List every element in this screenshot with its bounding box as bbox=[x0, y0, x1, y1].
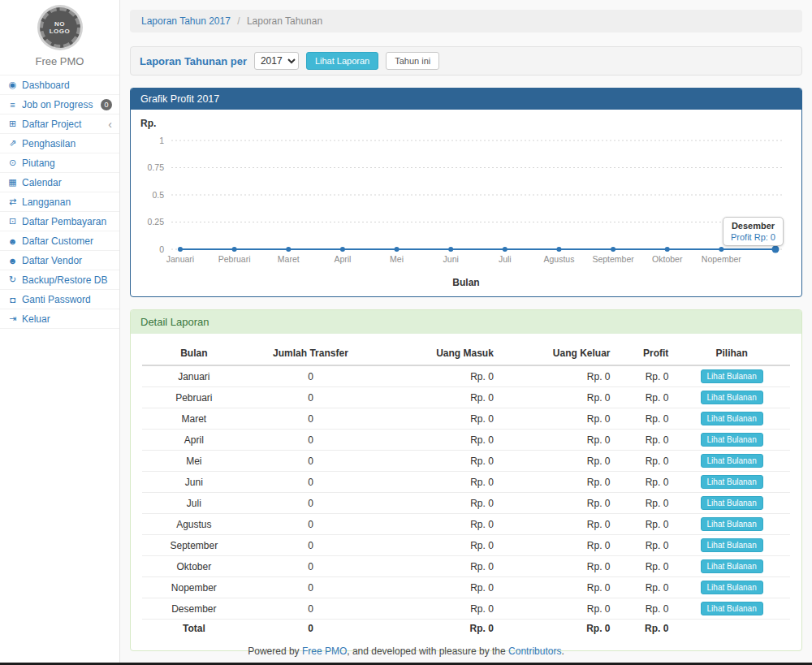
this-year-button[interactable]: Tahun ini bbox=[386, 52, 439, 70]
svg-text:Mei: Mei bbox=[390, 254, 404, 264]
action-cell: Lihat Bulanan bbox=[673, 556, 790, 577]
breadcrumb-separator: / bbox=[237, 15, 240, 27]
money-in-cell: Rp. 0 bbox=[375, 556, 499, 577]
view-monthly-button[interactable]: Lihat Bulanan bbox=[701, 517, 763, 531]
brand-logo: NO LOGO Free PMO bbox=[0, 0, 119, 67]
money-in-cell: Rp. 0 bbox=[375, 535, 499, 556]
money-in-cell: Rp. 0 bbox=[375, 365, 499, 387]
view-monthly-button[interactable]: Lihat Bulanan bbox=[701, 475, 763, 489]
sidebar-item-label: Daftar Project bbox=[22, 119, 81, 130]
view-monthly-button[interactable]: Lihat Bulanan bbox=[701, 369, 763, 383]
month-cell: September bbox=[142, 535, 246, 556]
money-in-cell: Rp. 0 bbox=[375, 493, 499, 514]
view-monthly-button[interactable]: Lihat Bulanan bbox=[701, 454, 763, 468]
breadcrumb-link[interactable]: Laporan Tahun 2017 bbox=[141, 15, 231, 27]
chevron-left-icon: ‹ bbox=[108, 120, 112, 128]
svg-text:April: April bbox=[334, 254, 351, 264]
money-in-cell: Rp. 0 bbox=[375, 387, 499, 408]
report-table: BulanJumlah TransferUang MasukUang Kelua… bbox=[142, 342, 790, 637]
view-monthly-button[interactable]: Lihat Bulanan bbox=[701, 433, 763, 447]
footer-brand-link[interactable]: Free PMO bbox=[302, 646, 347, 657]
detail-panel-title: Detail Laporan bbox=[131, 310, 801, 334]
money-out-cell: Rp. 0 bbox=[499, 577, 615, 598]
transfer-count-cell: 0 bbox=[246, 472, 376, 493]
profit-chart: 00.250.50.751JanuariPebruariMaretAprilMe… bbox=[139, 131, 793, 275]
sidebar-item-label: Calendar bbox=[22, 177, 62, 188]
month-cell: Nopember bbox=[142, 577, 246, 598]
footer-text-suffix: . bbox=[561, 646, 564, 657]
subscription-icon: ⇄ bbox=[7, 196, 18, 207]
money-out-cell: Rp. 0 bbox=[499, 493, 615, 514]
sidebar-item-daftar-pembayaran[interactable]: ⊡Daftar Pembayaran bbox=[0, 212, 119, 231]
view-monthly-button[interactable]: Lihat Bulanan bbox=[701, 581, 763, 594]
backup-restore-icon: ↻ bbox=[7, 274, 18, 285]
view-report-button[interactable]: Lihat Laporan bbox=[306, 52, 378, 70]
transfer-count-cell: 0 bbox=[246, 556, 376, 577]
total-cell: Rp. 0 bbox=[499, 620, 615, 638]
sidebar-item-keluar[interactable]: ⇥Keluar bbox=[0, 309, 119, 329]
sidebar-item-langganan[interactable]: ⇄Langganan bbox=[0, 192, 119, 212]
sidebar-item-daftar-customer[interactable]: ☻Daftar Customer bbox=[0, 231, 119, 251]
svg-text:Agustus: Agustus bbox=[543, 254, 574, 264]
report-row: Juli0Rp. 0Rp. 0Rp. 0Lihat Bulanan bbox=[142, 493, 790, 514]
svg-text:Juli: Juli bbox=[499, 254, 512, 264]
sidebar-item-label: Dashboard bbox=[22, 80, 70, 91]
total-empty-cell bbox=[673, 620, 790, 638]
profit-cell: Rp. 0 bbox=[615, 598, 674, 620]
sidebar-item-dashboard[interactable]: ◉Dashboard bbox=[0, 76, 119, 95]
total-cell: Rp. 0 bbox=[615, 620, 674, 638]
profit-cell: Rp. 0 bbox=[615, 451, 674, 472]
sidebar-item-ganti-password[interactable]: ◘Ganti Password bbox=[0, 290, 119, 309]
report-filter-bar: Laporan Tahunan per 2017 Lihat Laporan T… bbox=[130, 46, 802, 76]
money-out-cell: Rp. 0 bbox=[499, 430, 615, 451]
no-logo-icon: NO LOGO bbox=[40, 7, 80, 48]
profit-cell: Rp. 0 bbox=[615, 408, 674, 430]
sidebar-item-daftar-vendor[interactable]: ☻Daftar Vendor bbox=[0, 251, 119, 270]
svg-text:Maret: Maret bbox=[278, 254, 300, 264]
report-row: Mei0Rp. 0Rp. 0Rp. 0Lihat Bulanan bbox=[142, 451, 790, 472]
sidebar-item-calendar[interactable]: ▦Calendar bbox=[0, 173, 119, 192]
view-monthly-button[interactable]: Lihat Bulanan bbox=[701, 602, 763, 615]
report-row: Agustus0Rp. 0Rp. 0Rp. 0Lihat Bulanan bbox=[142, 514, 790, 535]
money-out-cell: Rp. 0 bbox=[499, 556, 615, 577]
action-cell: Lihat Bulanan bbox=[673, 514, 790, 535]
sidebar-item-backup-restore-db[interactable]: ↻Backup/Restore DB bbox=[0, 270, 119, 290]
money-icon: ⊙ bbox=[7, 158, 18, 168]
count-badge: 0 bbox=[101, 99, 112, 110]
vendors-icon: ☻ bbox=[7, 256, 18, 266]
chart-panel-title: Grafik Profit 2017 bbox=[131, 89, 801, 110]
sidebar-item-daftar-project[interactable]: ⊞Daftar Project‹ bbox=[0, 114, 119, 134]
month-cell: Januari bbox=[142, 365, 246, 387]
view-monthly-button[interactable]: Lihat Bulanan bbox=[701, 391, 763, 404]
sidebar-item-label: Ganti Password bbox=[22, 294, 91, 305]
payment-icon: ⊡ bbox=[7, 216, 18, 227]
svg-text:Juni: Juni bbox=[443, 254, 459, 264]
sidebar-item-piutang[interactable]: ⊙Piutang bbox=[0, 153, 119, 173]
sidebar: NO LOGO Free PMO ◉Dashboard≡Job on Progr… bbox=[0, 0, 120, 665]
view-monthly-button[interactable]: Lihat Bulanan bbox=[701, 412, 763, 425]
chart-panel-body: Rp. 00.250.50.751JanuariPebruariMaretApr… bbox=[131, 110, 801, 296]
report-row: Januari0Rp. 0Rp. 0Rp. 0Lihat Bulanan bbox=[142, 365, 790, 387]
action-cell: Lihat Bulanan bbox=[673, 387, 790, 408]
sidebar-item-penghasilan[interactable]: ⇗Penghasilan bbox=[0, 134, 119, 153]
transfer-count-cell: 0 bbox=[246, 408, 376, 430]
column-header-bulan: Bulan bbox=[142, 342, 246, 365]
money-in-cell: Rp. 0 bbox=[375, 408, 499, 430]
action-cell: Lihat Bulanan bbox=[673, 451, 790, 472]
x-axis-title: Bulan bbox=[139, 277, 793, 288]
profit-cell: Rp. 0 bbox=[615, 556, 674, 577]
footer-contributors-link[interactable]: Contributors bbox=[508, 646, 561, 657]
view-monthly-button[interactable]: Lihat Bulanan bbox=[701, 496, 763, 510]
money-in-cell: Rp. 0 bbox=[375, 514, 499, 535]
sidebar-item-job-on-progress[interactable]: ≡Job on Progress0 bbox=[0, 95, 119, 114]
view-monthly-button[interactable]: Lihat Bulanan bbox=[701, 538, 763, 552]
sidebar-item-label: Backup/Restore DB bbox=[22, 274, 107, 286]
total-cell: 0 bbox=[246, 620, 376, 638]
sidebar-item-label: Daftar Customer bbox=[22, 235, 93, 247]
money-out-cell: Rp. 0 bbox=[499, 365, 615, 387]
year-select[interactable]: 2017 bbox=[254, 52, 299, 70]
action-cell: Lihat Bulanan bbox=[673, 408, 790, 430]
svg-text:0.5: 0.5 bbox=[152, 190, 164, 200]
view-monthly-button[interactable]: Lihat Bulanan bbox=[701, 559, 763, 573]
money-out-cell: Rp. 0 bbox=[499, 472, 615, 493]
